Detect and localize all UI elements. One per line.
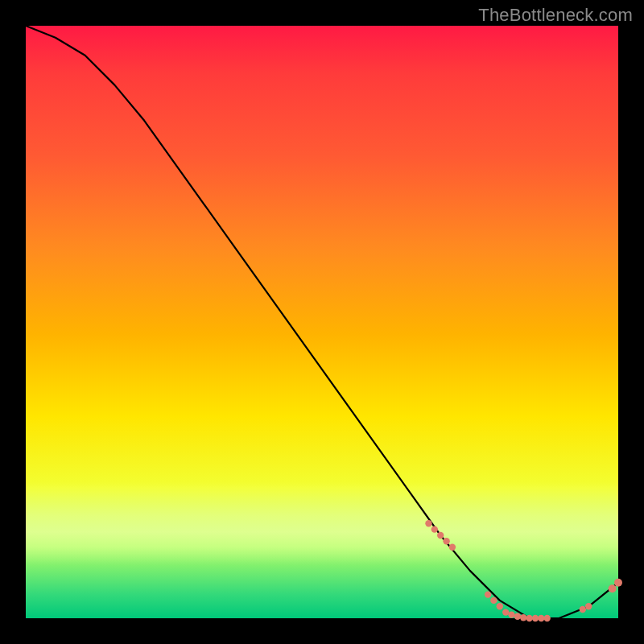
watermark-text: TheBottleneck.com [478,5,633,26]
curve-marker [431,526,438,532]
curve-marker [514,613,521,620]
chart-frame: TheBottleneck.com [0,0,644,644]
curve-marker [425,520,431,526]
curve-marker [520,614,526,621]
curve-marker [544,615,551,621]
curve-marker [580,606,586,613]
curve-marker [609,584,617,592]
curve-marker [508,611,514,617]
curve-marker [449,544,456,551]
bottleneck-curve [26,26,618,618]
curve-markers [425,520,622,621]
curve-marker [585,603,592,609]
curve-svg [26,26,618,618]
curve-marker [614,579,622,587]
curve-marker [443,538,449,544]
curve-marker [437,532,444,539]
curve-marker [485,591,491,597]
curve-marker [526,615,532,621]
plot-area [26,26,618,618]
curve-marker [490,597,497,604]
curve-marker [532,615,539,621]
curve-marker [538,615,544,621]
curve-marker [497,603,503,609]
curve-marker [502,609,509,615]
